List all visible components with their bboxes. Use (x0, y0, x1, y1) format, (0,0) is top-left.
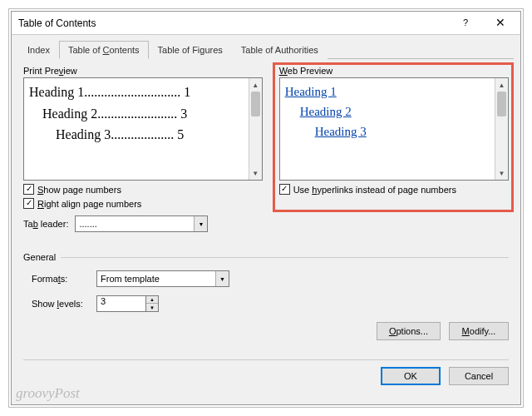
chevron-up-icon[interactable]: ▲ (495, 78, 508, 92)
checkbox-icon (279, 184, 290, 195)
dialog-title: Table of Contents (18, 17, 96, 29)
use-hyperlinks-checkbox[interactable]: Use hyperlinks instead of page numbers (279, 184, 509, 195)
close-icon: ✕ (495, 16, 505, 29)
titlebar: Table of Contents ? ✕ (12, 12, 520, 35)
help-button[interactable]: ? (449, 12, 482, 33)
print-preview-scrollbar[interactable]: ▲ ▼ (249, 78, 262, 180)
print-preview-label: Print Preview (23, 66, 263, 76)
tab-table-of-contents[interactable]: Table of Contents (59, 41, 149, 59)
checkbox-icon (23, 198, 34, 209)
ok-button[interactable]: OK (381, 367, 441, 385)
cancel-button[interactable]: Cancel (449, 367, 509, 385)
web-preview-scrollbar[interactable]: ▲ ▼ (495, 78, 508, 180)
print-line: Heading 3................... 5 (29, 124, 244, 146)
tab-table-of-authorities[interactable]: Table of Authorities (232, 41, 328, 59)
show-levels-spinner[interactable]: 3 ▲▼ (96, 295, 159, 312)
general-section-label: General (23, 252, 56, 262)
tab-leader-label: Tab leader: (23, 219, 68, 229)
chevron-down-icon[interactable]: ▼ (146, 304, 158, 311)
print-line: Heading 1............................. 1 (29, 82, 244, 103)
modify-button[interactable]: Modify... (449, 322, 509, 340)
chevron-down-icon[interactable]: ▼ (215, 271, 229, 286)
dialog-window: Table of Contents ? ✕ Index Table of Con… (11, 11, 521, 405)
right-align-page-numbers-checkbox[interactable]: Right align page numbers (23, 198, 263, 209)
show-levels-label: Show levels: (32, 299, 90, 309)
tab-index[interactable]: Index (18, 41, 59, 59)
tab-table-of-figures[interactable]: Table of Figures (149, 41, 232, 59)
show-page-numbers-checkbox[interactable]: Show page numbers (23, 184, 263, 195)
web-line: Heading 2 (285, 102, 490, 121)
web-line: Heading 3 (285, 121, 490, 141)
checkbox-icon (23, 184, 34, 195)
chevron-down-icon[interactable]: ▼ (495, 166, 508, 180)
web-line: Heading 1 (285, 82, 490, 102)
chevron-up-icon[interactable]: ▲ (249, 78, 262, 92)
tab-leader-combo[interactable]: ....... ▼ (75, 215, 208, 232)
options-button[interactable]: Options... (377, 322, 441, 340)
print-preview-box: Heading 1............................. 1… (23, 77, 263, 181)
tab-strip: Index Table of Contents Table of Figures… (18, 40, 514, 59)
close-button[interactable]: ✕ (484, 12, 517, 33)
formats-combo[interactable]: From template ▼ (96, 270, 229, 287)
web-preview-label: Web Preview (279, 66, 509, 76)
chevron-down-icon[interactable]: ▼ (249, 166, 262, 180)
separator (61, 257, 509, 258)
print-line: Heading 2........................ 3 (29, 103, 244, 125)
watermark: groovyPost (16, 385, 80, 402)
formats-label: Formats: (32, 274, 90, 284)
chevron-down-icon[interactable]: ▼ (194, 216, 207, 231)
web-preview-box: Heading 1 Heading 2 Heading 3 ▲ ▼ (279, 77, 509, 181)
chevron-up-icon[interactable]: ▲ (146, 296, 158, 304)
